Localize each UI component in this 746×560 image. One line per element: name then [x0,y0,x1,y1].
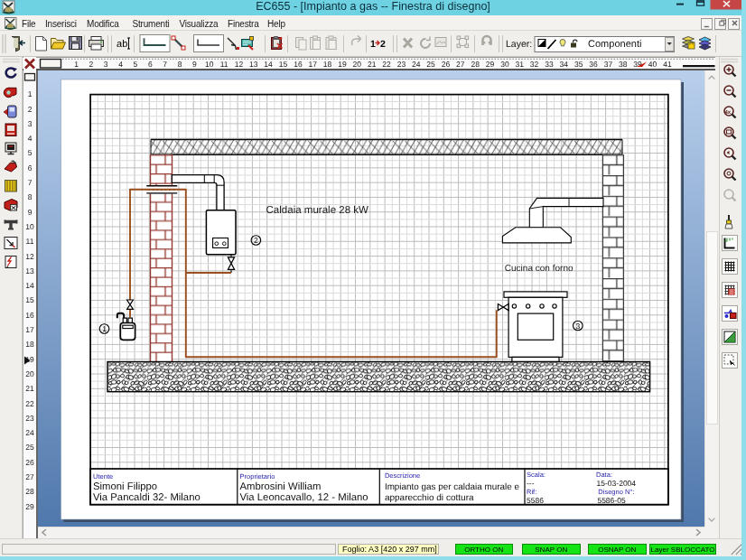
svg-text:14: 14 [264,60,273,69]
svg-text:1: 1 [74,60,79,69]
svg-text:18: 18 [25,340,34,349]
svg-text:17: 17 [308,60,317,69]
svg-text:28: 28 [471,60,480,69]
svg-text:21: 21 [368,60,377,69]
svg-text:21: 21 [25,384,34,393]
svg-text:9: 9 [192,60,197,69]
svg-text:14: 14 [25,281,34,290]
svg-text:7: 7 [28,178,33,187]
svg-text:28: 28 [25,487,34,496]
svg-text:15: 15 [279,60,288,69]
svg-text:25: 25 [25,443,34,452]
svg-text:30: 30 [500,60,509,69]
svg-text:15: 15 [25,295,34,304]
svg-text:12: 12 [235,60,244,69]
svg-text:3: 3 [575,322,580,331]
svg-text:6: 6 [148,60,153,69]
svg-text:5: 5 [28,148,33,157]
svg-text:11: 11 [26,237,34,246]
svg-text:35: 35 [574,60,583,69]
svg-text:3: 3 [104,60,108,69]
svg-text:Componenti: Componenti [588,39,641,50]
svg-text:10: 10 [205,60,214,69]
svg-text:18: 18 [323,60,332,69]
svg-text:Via Leoncavallo, 12 - Milano: Via Leoncavallo, 12 - Milano [240,492,368,503]
svg-text:29: 29 [25,502,34,511]
svg-text:Impianto gas per caldaia mural: Impianto gas per caldaia murale e [385,482,519,492]
svg-text:2: 2 [254,236,258,245]
svg-text:15-03-2004: 15-03-2004 [597,479,637,488]
svg-text:6: 6 [28,163,33,173]
svg-text:24: 24 [412,60,421,69]
svg-text:11: 11 [220,60,228,69]
svg-text:Simoni Filippo: Simoni Filippo [93,481,157,492]
svg-text:23: 23 [25,414,34,423]
svg-text:40: 40 [648,60,657,69]
svg-text:25: 25 [426,60,435,69]
svg-text:13: 13 [25,266,34,275]
svg-text:Cucina con forno: Cucina con forno [505,264,573,274]
svg-text:33: 33 [545,60,554,69]
svg-text:16: 16 [25,311,34,320]
svg-text:apparecchio di cottura: apparecchio di cottura [385,493,474,503]
svg-text:29: 29 [486,60,495,69]
svg-text:Via Pancaldi 32- Milano: Via Pancaldi 32- Milano [93,492,200,503]
svg-text:Caldaia murale 28 kW: Caldaia murale 28 kW [266,205,369,216]
svg-text:1: 1 [370,39,376,50]
svg-text:38: 38 [619,60,628,69]
svg-text:Ambrosini William: Ambrosini William [240,481,322,492]
svg-text:2: 2 [380,39,386,50]
svg-text:34: 34 [560,60,569,69]
svg-text:2: 2 [89,60,93,69]
svg-text:36: 36 [589,60,598,69]
svg-text:---: --- [527,479,535,488]
svg-text:37: 37 [604,60,613,69]
svg-text:16: 16 [294,60,303,69]
svg-text:32: 32 [530,60,539,69]
svg-text:12: 12 [25,252,34,261]
svg-text:22: 22 [382,60,391,69]
svg-text:24: 24 [25,428,34,437]
svg-text:26: 26 [442,60,451,69]
svg-text:31: 31 [516,60,525,69]
svg-text:1: 1 [102,324,107,333]
svg-text:10: 10 [25,222,34,231]
svg-text:Layer:: Layer: [506,39,532,50]
svg-text:20: 20 [353,60,362,69]
svg-text:27: 27 [456,60,465,69]
svg-text:4x: 4x [725,109,732,116]
svg-text:Utente: Utente [93,472,113,481]
svg-text:17: 17 [25,325,34,334]
svg-text:5586-05: 5586-05 [597,496,626,505]
svg-text:3: 3 [28,119,33,128]
svg-text:4: 4 [118,60,123,69]
svg-text:1: 1 [28,89,33,98]
svg-text:5: 5 [134,60,138,69]
svg-text:39: 39 [633,60,642,69]
svg-text:20: 20 [25,369,34,378]
svg-text:8: 8 [28,192,33,201]
svg-text:9: 9 [28,208,33,217]
svg-text:27: 27 [25,472,34,481]
svg-text:ab: ab [117,39,127,50]
svg-text:4: 4 [28,134,33,143]
svg-text:Proprietario: Proprietario [240,472,275,481]
svg-text:22: 22 [25,399,34,408]
svg-text:26: 26 [25,458,34,467]
svg-text:2: 2 [28,105,33,114]
svg-text:Descrizione: Descrizione [385,471,420,480]
svg-text:7: 7 [163,60,167,69]
svg-text:19: 19 [338,60,347,69]
svg-text:13: 13 [249,60,258,69]
svg-text:41: 41 [663,60,672,69]
svg-text:5586: 5586 [527,496,544,505]
svg-text:8: 8 [178,60,182,69]
svg-text:23: 23 [397,60,406,69]
